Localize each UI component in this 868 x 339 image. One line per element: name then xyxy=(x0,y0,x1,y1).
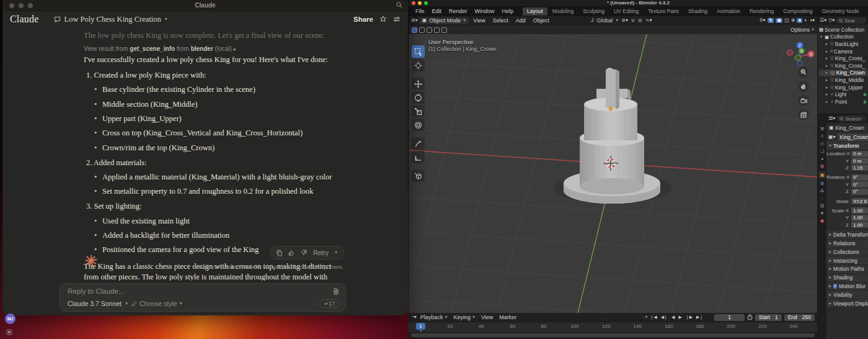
physics-tab-icon[interactable]: ◌ xyxy=(821,196,823,201)
playback-menu[interactable]: Playback▾ xyxy=(418,314,450,320)
tool-result-link[interactable]: View result from get_scene_info from ble… xyxy=(84,45,236,52)
menu-select[interactable]: Select xyxy=(490,17,512,24)
particles-tab-icon[interactable]: ⁂ xyxy=(820,189,825,194)
claude-logo[interactable]: Claude xyxy=(10,14,39,25)
keying-menu[interactable]: Keying▾ xyxy=(451,314,477,320)
rotation-x-row[interactable]: Rotation X0° xyxy=(826,174,868,181)
rotation-y-row[interactable]: Y0° xyxy=(826,181,868,188)
filter-icon[interactable]: ▽▾ xyxy=(828,18,835,23)
collection-slot-icon[interactable] xyxy=(434,27,440,33)
outliner-item-king-upper[interactable]: ▸▽King_Upper xyxy=(819,84,868,91)
outliner-item-king-crown[interactable]: ▸▽King_Crown xyxy=(819,70,868,77)
section-relations[interactable]: ▸Relations xyxy=(826,240,868,248)
window-controls[interactable] xyxy=(412,1,428,5)
overlays-toggle-icon[interactable]: ◉ xyxy=(776,18,782,23)
stopwatch-icon[interactable] xyxy=(747,314,753,320)
outliner-search[interactable]: Sear xyxy=(836,17,866,24)
outliner-item-king-cross-vertical[interactable]: ▸▽King_Cross_ xyxy=(819,55,868,62)
checkbox-checked[interactable]: ✓ xyxy=(833,284,837,289)
tab-texture-paint[interactable]: Texture Paint xyxy=(644,7,683,16)
constraints-tab-icon[interactable]: ⛓ xyxy=(820,204,825,209)
xray-toggle-icon[interactable]: ◫ xyxy=(784,18,789,23)
move-tool[interactable] xyxy=(412,78,425,90)
collection-slot-icon[interactable] xyxy=(419,27,425,33)
style-selector[interactable]: Choose style ▾ xyxy=(131,300,182,307)
magnet-icon[interactable]: ∪ xyxy=(631,18,635,23)
transform-tool[interactable] xyxy=(412,119,425,131)
world-tab-icon[interactable]: ◍ xyxy=(820,164,825,169)
menu-object[interactable]: Object xyxy=(530,17,552,24)
section-instancing[interactable]: ▸Instancing xyxy=(826,256,868,265)
tab-sculpting[interactable]: Sculpting xyxy=(578,7,609,16)
editor-type-icon[interactable]: ☰▾ xyxy=(820,18,826,23)
cursor-tool[interactable] xyxy=(412,59,425,71)
location-x-row[interactable]: Location X0 m xyxy=(826,150,868,157)
jump-to-end-button[interactable]: ▶❘ xyxy=(695,315,704,320)
section-visibility[interactable]: ▸Visibility xyxy=(826,291,868,299)
options-button[interactable]: Options▾ xyxy=(790,27,814,33)
frame-start-field[interactable]: Start1 xyxy=(755,314,782,321)
rotation-z-row[interactable]: Z0° xyxy=(826,188,868,195)
mode-selector[interactable]: ▣Object Mode▾ xyxy=(419,17,469,24)
proportional-edit-icon[interactable]: ◎ xyxy=(638,18,642,23)
shading-wireframe-icon[interactable]: ⊕ xyxy=(791,18,795,23)
section-shading[interactable]: ▸Shading xyxy=(826,274,868,282)
outliner-item-light[interactable]: ▸♀Light◉ xyxy=(819,91,868,98)
falloff-icon[interactable]: ∿▾ xyxy=(645,18,652,23)
orthographic-toggle-icon[interactable] xyxy=(798,109,809,120)
jump-to-start-button[interactable]: ❘◀ xyxy=(649,315,658,320)
section-motion-blur[interactable]: ▸✓Motion Blur xyxy=(826,282,868,291)
autokey-icon[interactable]: ◌▾ xyxy=(642,315,648,320)
navigation-gizmo[interactable]: Z Y X xyxy=(785,39,815,69)
star-icon[interactable] xyxy=(379,16,387,23)
collection-slot-icon[interactable] xyxy=(412,27,417,33)
location-y-row[interactable]: Y0 m xyxy=(826,157,868,164)
camera-view-icon[interactable] xyxy=(798,95,809,106)
prev-keyframe-button[interactable]: ◀❘ xyxy=(660,315,669,320)
current-frame-field[interactable]: 1 xyxy=(714,314,745,321)
menu-add[interactable]: Add xyxy=(513,17,529,24)
settings-sliders-icon[interactable] xyxy=(393,16,401,23)
outliner-scene-collection[interactable]: ▦Scene Collection xyxy=(819,26,868,34)
frame-end-field[interactable]: End250 xyxy=(784,314,815,321)
menu-file[interactable]: File xyxy=(412,8,428,14)
dock-toggle-icon[interactable] xyxy=(6,329,12,335)
chat-scroll-area[interactable]: The low poly chess King is now complete.… xyxy=(2,27,408,281)
snap-target-icon[interactable]: ⊘▾ xyxy=(621,18,628,23)
3d-viewport[interactable]: User Perspective (1) Collection | King_C… xyxy=(409,34,817,313)
data-tab-icon[interactable]: ▼ xyxy=(820,211,824,216)
view-menu[interactable]: View xyxy=(479,314,495,320)
send-shortcut-badge[interactable]: ↵17 xyxy=(319,299,339,308)
material-tab-icon[interactable]: ◉ xyxy=(820,219,825,224)
section-delta-transform[interactable]: ▸Delta Transform xyxy=(826,231,868,240)
menu-window[interactable]: Window xyxy=(472,8,498,14)
shading-rendered-icon[interactable]: ◑▾ xyxy=(809,18,815,23)
transform-orientation[interactable]: Global xyxy=(596,17,613,24)
scale-y-row[interactable]: Y1.00 xyxy=(826,214,868,221)
scale-z-row[interactable]: Z1.00 xyxy=(826,222,868,228)
rotate-tool[interactable] xyxy=(412,91,425,104)
tab-uv-editing[interactable]: UV Editing xyxy=(609,7,643,16)
editor-type-icon[interactable]: ⊞▾ xyxy=(411,18,418,23)
add-cube-tool[interactable] xyxy=(412,170,425,182)
search-icon[interactable] xyxy=(396,2,402,8)
conversation-title-button[interactable]: Low Poly Chess King Creation ▾ xyxy=(54,15,167,24)
rotation-mode-row[interactable]: ModeXYZ E xyxy=(826,197,868,204)
zoom-icon[interactable] xyxy=(798,66,809,78)
shading-solid-icon[interactable]: ● xyxy=(797,18,802,23)
menu-edit[interactable]: Edit xyxy=(429,8,445,14)
render-tab-icon[interactable]: ⌑ xyxy=(821,134,823,139)
avatar[interactable]: MJ xyxy=(5,314,16,324)
scale-x-row[interactable]: Scale X1.00 xyxy=(826,207,868,214)
properties-search[interactable]: Search xyxy=(837,115,866,122)
thumbs-up-icon[interactable] xyxy=(288,250,294,256)
visibility-dropdown-icon[interactable]: ⚲▾ xyxy=(760,18,766,23)
output-tab-icon[interactable]: ⎙ xyxy=(820,142,824,147)
attachment-icon[interactable] xyxy=(333,287,339,295)
outliner-item-point[interactable]: ▸♀Point◉ xyxy=(819,98,868,106)
editor-type-icon[interactable]: 𝌕▾ xyxy=(828,116,835,121)
properties-breadcrumb[interactable]: ▣King_Crown xyxy=(826,123,868,132)
modifiers-tab-icon[interactable]: ⚙ xyxy=(820,181,825,186)
outliner-collection[interactable]: ▾▣Collection xyxy=(819,34,868,41)
transform-section-header[interactable]: ▾Transform xyxy=(826,142,868,150)
